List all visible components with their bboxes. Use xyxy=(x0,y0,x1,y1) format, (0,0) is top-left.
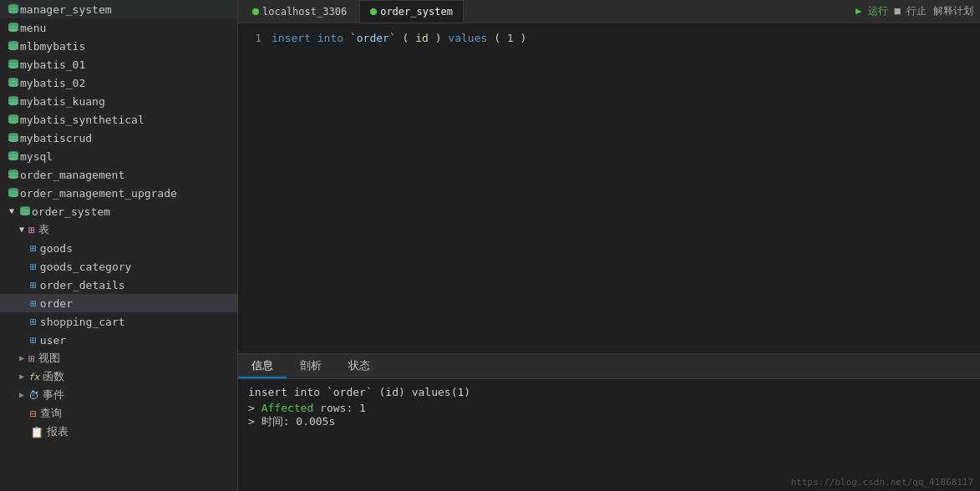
database-icon xyxy=(18,205,32,218)
sidebar: manager_system menu mlbmybatis mybatis_0… xyxy=(0,0,238,491)
sidebar-item-order_system[interactable]: ▼ order_system xyxy=(0,202,237,220)
database-icon xyxy=(7,58,20,71)
bottom-panel: 信息 剖析 状态 insert into `order` (id) values… xyxy=(238,353,980,491)
table-icon: ⊞ xyxy=(30,261,37,273)
table-label: goods_category xyxy=(40,261,132,273)
db-label: order_management xyxy=(20,169,124,181)
values-paren-open: ( xyxy=(494,32,500,44)
sidebar-item-menu[interactable]: menu xyxy=(0,18,237,37)
chevron-right-icon: ▶ xyxy=(17,390,27,400)
db-label: manager_system xyxy=(20,3,112,16)
tab-localhost[interactable]: localhost_3306 xyxy=(241,0,358,23)
stop-button[interactable]: ■ 行止 xyxy=(895,4,927,18)
svg-point-39 xyxy=(8,139,18,142)
sidebar-category-functions[interactable]: ▶ fx 函数 xyxy=(0,367,237,386)
svg-point-19 xyxy=(8,65,18,68)
table-name-backtick: `order` xyxy=(350,32,396,44)
bottom-tab-info-label: 信息 xyxy=(251,358,273,373)
sidebar-table-goods[interactable]: ⊞ goods xyxy=(0,239,237,257)
table-category-icon: ⊞ xyxy=(28,224,35,236)
sidebar-category-reports[interactable]: 📋 报表 xyxy=(0,423,237,441)
chevron-down-icon: ▼ xyxy=(17,225,27,235)
tab-status-dot xyxy=(370,8,377,15)
table-label: user xyxy=(40,334,66,347)
result-time-line: > 时间: 0.005s xyxy=(248,414,970,429)
database-icon xyxy=(7,131,20,144)
queries-label: 查询 xyxy=(40,406,62,421)
run-button[interactable]: ▶ 运行 xyxy=(856,4,887,18)
db-label: mybatis_synthetical xyxy=(20,114,145,126)
sidebar-item-mybatis_02[interactable]: mybatis_02 xyxy=(0,73,237,92)
sidebar-table-user[interactable]: ⊞ user xyxy=(0,331,237,349)
bottom-tab-profile[interactable]: 剖析 xyxy=(287,354,335,378)
functions-label: 函数 xyxy=(43,369,64,384)
sql-echo-line: insert into `order` (id) values(1) xyxy=(248,386,970,398)
queries-icon: ⊟ xyxy=(30,407,37,420)
database-icon xyxy=(7,21,20,34)
time-prefix: > 时间: xyxy=(248,415,296,428)
table-icon: ⊞ xyxy=(30,279,37,291)
sidebar-item-manager_system[interactable]: manager_system xyxy=(0,0,237,18)
paren-open: ( xyxy=(403,32,409,44)
svg-point-14 xyxy=(8,47,18,50)
keyword-values: values xyxy=(448,32,487,44)
result-affected-line: > Affected rows: 1 xyxy=(248,402,970,414)
table-label: shopping_cart xyxy=(40,316,125,328)
sidebar-item-order_management[interactable]: order_management xyxy=(0,165,237,184)
views-icon: ⊞ xyxy=(28,352,35,365)
table-label: order xyxy=(40,297,73,310)
line-content[interactable]: insert into `order` ( id ) values ( 1 ) xyxy=(272,30,980,47)
sidebar-category-events[interactable]: ▶ ⏱ 事件 xyxy=(0,386,237,404)
sidebar-table-goods_category[interactable]: ⊞ goods_category xyxy=(0,257,237,276)
explain-button[interactable]: 解释计划 xyxy=(933,4,973,18)
svg-point-34 xyxy=(8,120,18,124)
chevron-right-icon: ▶ xyxy=(17,353,27,363)
tab-label: localhost_3306 xyxy=(262,6,347,18)
db-label: mybatis_kuang xyxy=(20,95,105,108)
bottom-tab-status-label: 状态 xyxy=(348,358,370,373)
db-label: mlbmybatis xyxy=(20,40,85,53)
table-label: order_details xyxy=(40,279,125,291)
sidebar-item-mybatis_01[interactable]: mybatis_01 xyxy=(0,55,237,73)
tab-status-dot xyxy=(252,8,259,15)
reports-icon: 📋 xyxy=(30,426,43,438)
sidebar-item-mybatis_synthetical[interactable]: mybatis_synthetical xyxy=(0,110,237,129)
table-icon: ⊞ xyxy=(30,334,37,347)
functions-icon: fx xyxy=(28,372,39,382)
result-prefix: > xyxy=(248,402,262,414)
bottom-tab-info[interactable]: 信息 xyxy=(238,354,287,378)
db-label: mysql xyxy=(20,150,53,163)
sidebar-item-mlbmybatis[interactable]: mlbmybatis xyxy=(0,37,237,55)
sidebar-item-mybatiscrud[interactable]: mybatiscrud xyxy=(0,129,237,147)
bottom-tab-status[interactable]: 状态 xyxy=(335,354,383,378)
sidebar-category-views[interactable]: ▶ ⊞ 视图 xyxy=(0,349,237,367)
sidebar-table-order[interactable]: ⊞ order xyxy=(0,294,237,312)
sidebar-table-order_details[interactable]: ⊞ order_details xyxy=(0,276,237,294)
svg-point-54 xyxy=(8,194,18,197)
sidebar-table-shopping_cart[interactable]: ⊞ shopping_cart xyxy=(0,312,237,331)
table-icon: ⊞ xyxy=(30,297,37,310)
bottom-content: insert into `order` (id) values(1) > Aff… xyxy=(238,379,980,491)
values-paren-close: ) xyxy=(520,32,526,44)
events-label: 事件 xyxy=(43,387,64,402)
sidebar-item-mybatis_kuang[interactable]: mybatis_kuang xyxy=(0,92,237,110)
tab-actions: ▶ 运行 ■ 行止 解释计划 xyxy=(856,0,980,23)
sidebar-item-order_management_upgrade[interactable]: order_management_upgrade xyxy=(0,184,237,202)
svg-point-9 xyxy=(8,28,18,32)
paren-close: ) xyxy=(435,32,449,44)
bottom-tabs: 信息 剖析 状态 xyxy=(238,354,980,379)
database-icon xyxy=(7,168,20,181)
sidebar-category-tables[interactable]: ▼ ⊞ 表 xyxy=(0,220,237,239)
reports-label: 报表 xyxy=(47,424,69,439)
value-1: 1 xyxy=(507,32,514,44)
bottom-tab-profile-label: 剖析 xyxy=(300,358,322,373)
editor-area[interactable]: 1 insert into `order` ( id ) values ( 1 … xyxy=(238,23,980,353)
sidebar-category-queries[interactable]: ⊟ 查询 xyxy=(0,404,237,423)
svg-point-49 xyxy=(8,175,18,179)
database-icon xyxy=(7,39,20,53)
tables-label: 表 xyxy=(38,222,49,237)
tab-bar: localhost_3306 order_system ▶ 运行 ■ 行止 解释… xyxy=(238,0,980,23)
tab-order_system[interactable]: order_system xyxy=(359,0,464,23)
sidebar-item-mysql[interactable]: mysql xyxy=(0,147,237,165)
affected-rows-text: rows: 1 xyxy=(313,402,366,414)
